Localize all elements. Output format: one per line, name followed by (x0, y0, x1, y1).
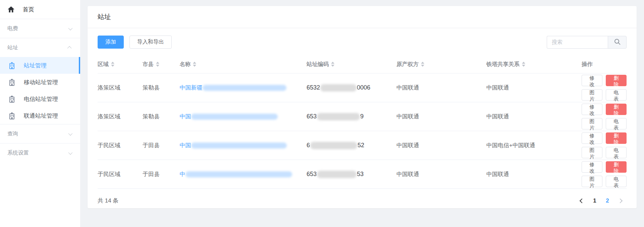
site-name-link[interactable]: 中 (179, 170, 306, 178)
images-button[interactable]: 图片 (582, 118, 602, 129)
table-footer: 共 14 条 1 2 (98, 189, 627, 213)
chevron-down-icon (68, 131, 73, 135)
app-layout: 首页 电费 站址 站址管理 移动站址管理 (0, 0, 644, 227)
section-label: 查询 (7, 130, 18, 137)
redacted-code (317, 113, 360, 120)
redacted-name (191, 114, 278, 120)
sidebar-item-telecom-site-management[interactable]: 电信站址管理 (0, 91, 80, 107)
sidebar: 首页 电费 站址 站址管理 移动站址管理 (0, 0, 80, 227)
cell-owner: 中国联通 (396, 170, 486, 178)
cell-region: 于民区域 (98, 141, 143, 149)
edit-button[interactable]: 修改 (582, 104, 602, 115)
sort-carets-icon[interactable] (522, 62, 525, 67)
images-button[interactable]: 图片 (582, 147, 602, 158)
chevron-left-icon (580, 198, 584, 203)
meter-button[interactable]: 电表 (606, 118, 627, 129)
sites-submenu: 站址管理 移动站址管理 电信站址管理 联通站址管理 (0, 57, 80, 124)
cell-tower-share: 中国联通 (486, 84, 582, 92)
building-icon (9, 62, 15, 69)
prev-page-button[interactable] (576, 199, 588, 203)
column-header-tower-share[interactable]: 铁塔共享关系 (486, 61, 582, 68)
section-label: 站址 (7, 44, 18, 51)
sidebar-item-home[interactable]: 首页 (0, 0, 80, 19)
cell-region: 于民区域 (98, 170, 143, 178)
sidebar-section-sites[interactable]: 站址 (0, 38, 80, 57)
site-name-link[interactable]: 中国 (179, 141, 306, 149)
page-number-1[interactable]: 1 (588, 197, 601, 204)
delete-button[interactable]: 删除 (606, 104, 627, 115)
cell-region: 洛策区域 (98, 84, 143, 92)
sidebar-item-label: 电信站址管理 (24, 95, 58, 103)
cell-site-code: 6539 (307, 113, 396, 120)
sidebar-item-label: 首页 (23, 6, 34, 13)
add-button[interactable]: 添加 (98, 36, 124, 49)
cell-actions: 修改 删除 图片 电表 (582, 104, 627, 129)
column-header-owner[interactable]: 原产权方 (396, 61, 486, 68)
search-input[interactable] (547, 36, 608, 49)
sort-carets-icon[interactable] (111, 62, 114, 67)
sort-carets-icon[interactable] (156, 62, 159, 67)
images-button[interactable]: 图片 (582, 89, 602, 101)
sidebar-section-query[interactable]: 查询 (0, 124, 80, 143)
import-export-button[interactable]: 导入和导出 (129, 36, 172, 49)
cell-site-code: 65320006 (307, 84, 396, 92)
meter-button[interactable]: 电表 (606, 176, 627, 187)
site-name-link[interactable]: 中国新疆 (179, 84, 306, 92)
search-icon (614, 39, 621, 46)
edit-button[interactable]: 修改 (582, 132, 602, 144)
chevron-right-icon (618, 198, 623, 203)
page-title: 站址 (98, 13, 111, 20)
card-header: 站址 (88, 6, 637, 28)
column-header-name[interactable]: 名称 (179, 61, 306, 68)
edit-button[interactable]: 修改 (582, 75, 602, 86)
cell-county: 于田县 (143, 170, 179, 178)
images-button[interactable]: 图片 (582, 176, 602, 187)
building-icon (9, 96, 15, 103)
meter-button[interactable]: 电表 (606, 89, 627, 101)
building-icon (9, 79, 15, 86)
delete-button[interactable]: 删除 (606, 132, 627, 144)
next-page-button[interactable] (614, 199, 627, 203)
sidebar-section-electricity[interactable]: 电费 (0, 19, 80, 38)
section-label: 系统设置 (7, 150, 29, 157)
column-header-region[interactable]: 区域 (98, 61, 143, 68)
search-button[interactable] (608, 36, 627, 49)
sidebar-section-system-settings[interactable]: 系统设置 (0, 144, 80, 162)
site-name-link[interactable]: 中国 (179, 113, 306, 120)
delete-button[interactable]: 删除 (606, 161, 627, 173)
table-row: 于民区域 于田县 中国 652 中国联通 中国电信+中国联通 修改 删除 图片 … (98, 131, 627, 160)
sort-carets-icon[interactable] (421, 62, 424, 67)
sidebar-item-label: 联通站址管理 (24, 112, 58, 120)
cell-name: 中国新疆 (179, 84, 306, 92)
sort-carets-icon[interactable] (193, 62, 196, 67)
toolbar: 添加 导入和导出 (98, 28, 627, 55)
delete-button[interactable]: 删除 (606, 75, 627, 86)
page-number-2-current[interactable]: 2 (601, 197, 614, 204)
cell-tower-share: 中国电信+中国联通 (486, 141, 582, 149)
cell-county: 策勒县 (143, 84, 179, 92)
column-header-county[interactable]: 市县 (143, 61, 179, 68)
sidebar-item-label: 站址管理 (24, 62, 47, 69)
chevron-down-icon (68, 150, 73, 155)
search-bar (547, 36, 627, 49)
sidebar-item-site-management[interactable]: 站址管理 (0, 57, 80, 74)
cell-actions: 修改 删除 图片 电表 (582, 132, 627, 158)
cell-actions: 修改 删除 图片 电表 (582, 161, 627, 187)
table-row: 于民区域 于田县 中 65353 中国联通 中国联通 修改 删除 图片 电表 (98, 160, 627, 189)
sort-carets-icon[interactable] (331, 62, 334, 67)
cell-owner: 中国联通 (396, 84, 486, 92)
edit-button[interactable]: 修改 (582, 161, 602, 173)
redacted-name (203, 85, 286, 91)
cell-owner: 中国联通 (396, 113, 486, 120)
redacted-name (191, 143, 287, 149)
column-header-site-code[interactable]: 站址编码 (307, 61, 396, 68)
cell-county: 策勒县 (143, 113, 179, 120)
table-header-row: 区域 市县 名称 站址编码 (98, 55, 627, 73)
cell-region: 洛策区域 (98, 113, 143, 120)
redacted-code (317, 171, 357, 178)
meter-button[interactable]: 电表 (606, 147, 627, 158)
sidebar-item-unicom-site-management[interactable]: 联通站址管理 (0, 107, 80, 124)
redacted-code (320, 84, 357, 92)
cell-site-code: 65353 (307, 171, 396, 178)
sidebar-item-mobile-site-management[interactable]: 移动站址管理 (0, 74, 80, 91)
